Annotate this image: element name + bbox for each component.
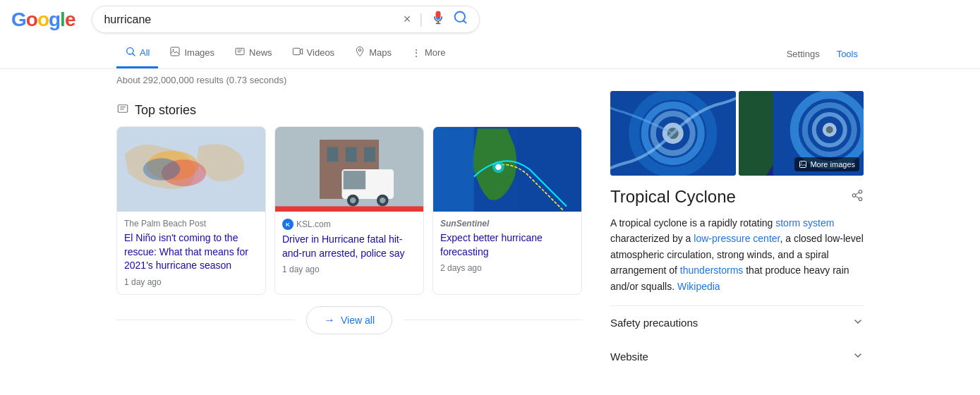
story-source-name-3: SunSentinel: [440, 219, 489, 229]
thunderstorms-link[interactable]: thunderstorms: [680, 265, 743, 276]
svg-rect-11: [118, 105, 128, 113]
results-count: About 292,000,000 results (0.73 seconds): [116, 75, 286, 85]
nav-videos-label: Videos: [307, 47, 335, 58]
story-time-2: 1 day ago: [282, 265, 416, 274]
story-title-3: Expect better hurricane forecasting: [440, 231, 574, 259]
svg-point-51: [852, 193, 856, 197]
story-time-1: 1 day ago: [124, 277, 258, 287]
story-time-3: 2 days ago: [440, 263, 574, 273]
logo-l: l: [60, 8, 65, 31]
share-icon[interactable]: [851, 189, 864, 205]
videos-nav-icon: [292, 46, 303, 59]
more-images-button[interactable]: More images: [794, 157, 859, 171]
mic-icon[interactable]: [431, 11, 445, 28]
story-source-logo-2: K: [282, 219, 294, 230]
logo-g: G: [11, 8, 26, 31]
svg-rect-48: [800, 162, 806, 168]
kp-image-1: [610, 91, 736, 176]
search-bar-icons: × |: [404, 11, 468, 28]
svg-rect-4: [171, 47, 179, 56]
svg-point-10: [358, 49, 361, 51]
svg-point-50: [859, 190, 862, 193]
story-title-1: El Niño isn't coming to the rescue: What…: [124, 231, 258, 273]
view-all-label: View all: [341, 315, 375, 326]
story-source-2: K KSL.com: [282, 219, 416, 230]
clear-icon[interactable]: ×: [404, 12, 411, 27]
svg-rect-32: [519, 127, 581, 212]
story-img-2: [275, 127, 423, 212]
svg-point-52: [859, 198, 862, 201]
logo-e: e: [65, 8, 75, 31]
story-card-2[interactable]: K KSL.com Driver in Hurricane fatal hit-…: [274, 126, 424, 295]
story-img-1: [117, 127, 265, 212]
svg-point-34: [495, 164, 501, 170]
svg-point-47: [825, 126, 833, 133]
svg-rect-29: [275, 207, 423, 212]
tools-link[interactable]: Tools: [831, 42, 864, 66]
nav-more-label: More: [425, 47, 446, 58]
settings-link[interactable]: Settings: [781, 42, 825, 66]
stories-icon: [116, 102, 129, 118]
logo-o2: o: [37, 8, 49, 31]
safety-chevron-icon: [852, 316, 864, 330]
story-card-3[interactable]: SunSentinel Expect better hurricane fore…: [432, 126, 582, 295]
nav-maps-label: Maps: [369, 47, 392, 58]
kp-sections: Safety precautions Website: [610, 305, 864, 374]
svg-rect-6: [236, 48, 244, 54]
logo-o1: o: [26, 8, 37, 31]
nav-item-news[interactable]: News: [226, 39, 281, 68]
story-content-1: The Palm Beach Post El Niño isn't coming…: [117, 212, 265, 294]
view-all-line-left: [116, 320, 295, 320]
kp-images: More images: [610, 91, 864, 176]
search-input[interactable]: [104, 13, 403, 26]
story-card-1[interactable]: The Palm Beach Post El Niño isn't coming…: [116, 126, 266, 295]
svg-rect-20: [327, 147, 339, 162]
svg-rect-31: [433, 127, 474, 212]
svg-rect-22: [364, 147, 375, 162]
view-all-container: → View all: [116, 306, 582, 334]
wikipedia-link[interactable]: Wikipedia: [677, 281, 720, 292]
svg-point-26: [350, 198, 356, 203]
search-bar: × |: [92, 6, 480, 33]
knowledge-panel: More images Tropical Cyclone A tropical …: [610, 91, 864, 374]
results-info: About 292,000,000 results (0.73 seconds): [0, 69, 980, 91]
all-nav-icon: [125, 46, 136, 59]
search-button[interactable]: [454, 11, 468, 28]
kp-title: Tropical Cyclone: [610, 187, 736, 207]
website-label: Website: [610, 351, 648, 363]
svg-rect-21: [346, 147, 357, 162]
svg-point-49: [801, 162, 803, 164]
nav-bar: All Images News Videos Maps ⋮ More Setti…: [0, 39, 980, 69]
story-content-3: SunSentinel Expect better hurricane fore…: [433, 212, 581, 280]
kp-description: A tropical cyclone is a rapidly rotating…: [610, 215, 864, 294]
svg-rect-9: [293, 48, 300, 54]
story-content-2: K KSL.com Driver in Hurricane fatal hit-…: [275, 212, 423, 281]
view-all-button[interactable]: → View all: [306, 306, 392, 334]
nav-item-images[interactable]: Images: [161, 39, 223, 68]
news-nav-icon: [234, 46, 246, 59]
svg-line-3: [133, 54, 135, 56]
story-source-3: SunSentinel: [440, 219, 574, 229]
divider: |: [419, 11, 423, 28]
nav-item-maps[interactable]: Maps: [346, 39, 400, 68]
svg-line-54: [855, 192, 859, 194]
nav-item-videos[interactable]: Videos: [284, 39, 344, 68]
storm-link[interactable]: storm system: [775, 217, 834, 229]
nav-all-label: All: [140, 47, 150, 58]
nav-item-more[interactable]: ⋮ More: [403, 40, 454, 68]
top-stories-title: Top stories: [135, 103, 196, 118]
story-source-name-2: KSL.com: [296, 219, 331, 229]
low-pressure-link[interactable]: low-pressure center: [694, 233, 780, 244]
kp-section-website[interactable]: Website: [610, 340, 864, 374]
website-chevron-icon: [852, 350, 864, 364]
stories-grid: The Palm Beach Post El Niño isn't coming…: [116, 126, 582, 295]
main-layout: Top stories: [0, 91, 980, 374]
svg-point-28: [380, 198, 385, 203]
story-source-1: The Palm Beach Post: [124, 219, 258, 229]
nav-item-all[interactable]: All: [116, 39, 158, 68]
kp-image-2: More images: [739, 91, 864, 176]
safety-label: Safety precautions: [610, 317, 698, 329]
story-title-2: Driver in Hurricane fatal hit-and-run ar…: [282, 233, 416, 260]
images-nav-icon: [169, 46, 181, 59]
kp-section-safety[interactable]: Safety precautions: [610, 306, 864, 340]
